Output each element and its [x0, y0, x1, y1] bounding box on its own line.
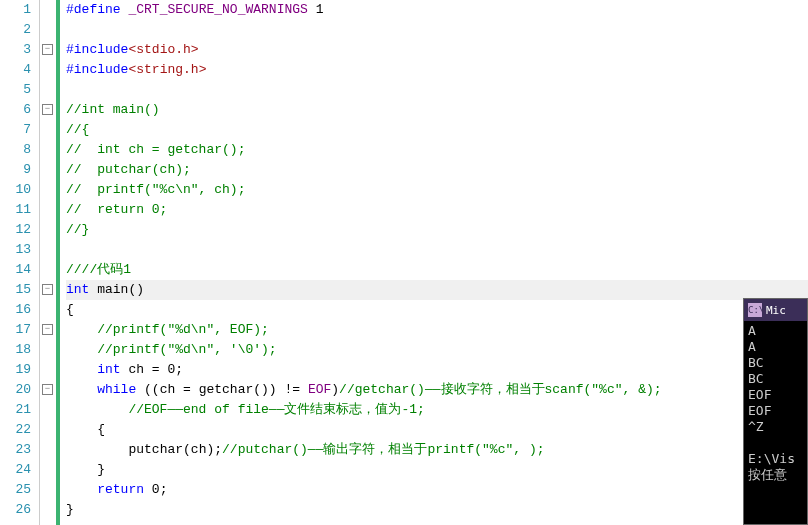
- code-line: {: [66, 300, 808, 320]
- code-line: }: [66, 460, 808, 480]
- line-number: 19: [0, 360, 31, 380]
- code-area[interactable]: #define _CRT_SECURE_NO_WARNINGS 1 #inclu…: [60, 0, 808, 525]
- console-output: A A BC BC EOF EOF ^Z E:\Vis 按任意: [744, 321, 807, 485]
- code-line: // return 0;: [66, 200, 808, 220]
- code-line: {: [66, 420, 808, 440]
- fold-toggle[interactable]: −: [42, 324, 53, 335]
- line-number: 20: [0, 380, 31, 400]
- fold-column: −−−−−: [40, 0, 56, 525]
- line-number: 1: [0, 0, 31, 20]
- code-line: // printf("%c\n", ch);: [66, 180, 808, 200]
- line-number: 3: [0, 40, 31, 60]
- fold-toggle[interactable]: −: [42, 284, 53, 295]
- line-number: 23: [0, 440, 31, 460]
- code-line: #include<string.h>: [66, 60, 808, 80]
- line-number: 10: [0, 180, 31, 200]
- code-line: [66, 80, 808, 100]
- code-editor: 1234567891011121314151617181920212223242…: [0, 0, 808, 525]
- line-number: 11: [0, 200, 31, 220]
- console-title-text: Mic: [766, 304, 786, 317]
- fold-toggle[interactable]: −: [42, 104, 53, 115]
- line-number-gutter: 1234567891011121314151617181920212223242…: [0, 0, 40, 525]
- code-line: while ((ch = getchar()) != EOF)//getchar…: [66, 380, 808, 400]
- code-line: }: [66, 500, 808, 520]
- code-line: return 0;: [66, 480, 808, 500]
- console-icon: C:\: [748, 303, 762, 317]
- code-line: int ch = 0;: [66, 360, 808, 380]
- code-line: [66, 20, 808, 40]
- line-number: 12: [0, 220, 31, 240]
- code-line: int main(): [66, 280, 808, 300]
- line-number: 2: [0, 20, 31, 40]
- code-line: //EOF——end of file——文件结束标志，值为-1;: [66, 400, 808, 420]
- line-number: 4: [0, 60, 31, 80]
- code-line: //}: [66, 220, 808, 240]
- code-line: //int main(): [66, 100, 808, 120]
- code-line: //printf("%d\n", '\0');: [66, 340, 808, 360]
- line-number: 24: [0, 460, 31, 480]
- line-number: 15: [0, 280, 31, 300]
- code-line: #include<stdio.h>: [66, 40, 808, 60]
- line-number: 26: [0, 500, 31, 520]
- line-number: 9: [0, 160, 31, 180]
- line-number: 16: [0, 300, 31, 320]
- line-number: 13: [0, 240, 31, 260]
- code-line: ////代码1: [66, 260, 808, 280]
- line-number: 7: [0, 120, 31, 140]
- line-number: 25: [0, 480, 31, 500]
- line-number: 21: [0, 400, 31, 420]
- line-number: 8: [0, 140, 31, 160]
- code-line: //printf("%d\n", EOF);: [66, 320, 808, 340]
- code-line: // int ch = getchar();: [66, 140, 808, 160]
- fold-toggle[interactable]: −: [42, 44, 53, 55]
- code-line: #define _CRT_SECURE_NO_WARNINGS 1: [66, 0, 808, 20]
- line-number: 14: [0, 260, 31, 280]
- code-line: //{: [66, 120, 808, 140]
- code-line: [66, 240, 808, 260]
- console-titlebar[interactable]: C:\ Mic: [744, 299, 807, 321]
- fold-toggle[interactable]: −: [42, 384, 53, 395]
- console-window[interactable]: C:\ Mic A A BC BC EOF EOF ^Z E:\Vis 按任意: [743, 298, 808, 525]
- line-number: 18: [0, 340, 31, 360]
- line-number: 6: [0, 100, 31, 120]
- line-number: 5: [0, 80, 31, 100]
- line-number: 17: [0, 320, 31, 340]
- code-line: putchar(ch);//putchar()——输出字符，相当于printf(…: [66, 440, 808, 460]
- code-line: // putchar(ch);: [66, 160, 808, 180]
- line-number: 22: [0, 420, 31, 440]
